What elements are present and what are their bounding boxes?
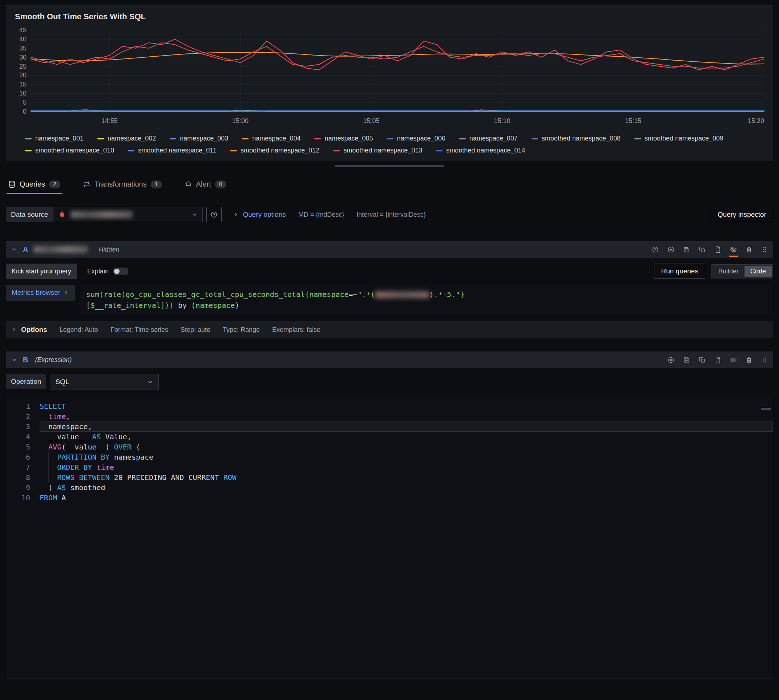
query-inspector-button[interactable]: Query inspector (711, 207, 773, 222)
file-icon[interactable] (714, 357, 721, 363)
eye-icon[interactable] (730, 357, 737, 363)
query-ref: A (23, 245, 28, 254)
metrics-browser-button[interactable]: Metrics browser (6, 285, 75, 301)
series-label: namespace_003 (180, 135, 228, 142)
svg-text:15:10: 15:10 (494, 117, 510, 125)
tab-queries[interactable]: Queries 2 (7, 177, 62, 194)
series-label: smoothed namespace_008 (542, 135, 620, 142)
svg-text:15:00: 15:00 (232, 117, 249, 125)
legend-item[interactable]: namespace_003 (170, 135, 228, 142)
options-toggle[interactable]: Options (12, 326, 47, 334)
datasource-help-button[interactable] (206, 207, 222, 222)
save-icon[interactable] (683, 246, 690, 253)
query-name-redacted (33, 246, 88, 253)
copy-icon[interactable] (699, 357, 705, 363)
query-ref: B (23, 356, 28, 364)
sql-line[interactable]: 5 AVG(__value__) OVER ( (6, 442, 773, 452)
timeseries-panel: Smooth Out Time Series With SQL 05101520… (6, 5, 773, 160)
query-toolbar: Data source Query options MD = {mdDesc} … (6, 207, 773, 222)
sql-line[interactable]: 1SELECT (6, 401, 773, 412)
legend-item[interactable]: smoothed namespace_013 (333, 147, 422, 154)
sql-line[interactable]: 6 PARTITION BY namespace (6, 452, 773, 462)
series-label: namespace_007 (470, 135, 518, 142)
chevron-down-icon (147, 379, 153, 385)
legend-item[interactable]: namespace_004 (242, 135, 301, 142)
help-circle-icon[interactable] (652, 246, 659, 253)
eye-off-icon[interactable] (730, 246, 737, 253)
explain-toggle[interactable] (113, 268, 128, 275)
kick-start-query-button[interactable]: Kick start your query (6, 263, 77, 279)
sql-editor[interactable]: 1SELECT2 time,3 namespace,4 __value__ AS… (6, 396, 773, 679)
series-label: namespace_004 (252, 135, 301, 142)
svg-text:45: 45 (19, 27, 27, 34)
legend-item[interactable]: namespace_007 (459, 135, 518, 142)
code-mode-option[interactable]: Code (744, 266, 772, 277)
legend-item[interactable]: smoothed namespace_010 (25, 147, 114, 154)
sql-line[interactable]: 10FROM A (6, 493, 773, 503)
tab-transformations[interactable]: Transformations 1 (81, 177, 164, 194)
copy-icon[interactable] (699, 246, 705, 253)
sql-line[interactable]: 8 ROWS BETWEEN 20 PRECEDING AND CURRENT … (6, 472, 773, 483)
scrollbar-thumb[interactable] (761, 408, 771, 410)
legend-item[interactable]: smoothed namespace_014 (436, 147, 525, 154)
run-queries-button[interactable]: Run queries (654, 263, 705, 279)
database-icon (8, 180, 16, 188)
series-color-swatch (459, 138, 466, 139)
query-b-header[interactable]: B (Expression) (6, 352, 773, 368)
trash-icon[interactable] (746, 246, 752, 253)
legend-item[interactable]: smoothed namespace_011 (128, 147, 217, 154)
series-color-swatch (314, 138, 321, 139)
datasource-label: Data source (6, 207, 53, 222)
operation-select[interactable]: SQL (50, 374, 159, 390)
prometheus-flame-icon (58, 210, 67, 219)
tab-label: Alert (196, 180, 211, 188)
legend-item[interactable]: namespace_005 (314, 135, 373, 142)
record-circle-icon[interactable] (667, 357, 674, 363)
query-b-section: B (Expression) Operation SQL 1SELECT2 ti… (6, 352, 773, 679)
sql-line[interactable]: 3 namespace, (6, 422, 773, 432)
sql-line[interactable]: 2 time, (6, 412, 773, 422)
query-type-label: (Expression) (35, 356, 72, 364)
type-option: Type: Range (223, 326, 260, 334)
svg-text:5: 5 (23, 99, 27, 106)
drag-handle-icon[interactable] (761, 357, 768, 363)
trash-icon[interactable] (746, 357, 752, 363)
promql-query-input[interactable]: sum(rate(go_cpu_classes_gc_total_cpu_sec… (80, 285, 773, 315)
svg-text:20: 20 (19, 72, 27, 79)
save-icon[interactable] (683, 357, 690, 363)
legend-item[interactable]: smoothed namespace_012 (231, 147, 319, 154)
panel-resize-handle[interactable] (335, 165, 444, 167)
sql-line[interactable]: 9 ) AS smoothed (6, 483, 773, 493)
datasource-picker[interactable] (53, 207, 203, 222)
series-color-swatch (25, 138, 32, 139)
chevron-down-icon[interactable] (11, 357, 17, 363)
query-options-toggle[interactable]: Query options (232, 211, 286, 218)
legend-option: Legend: Auto (60, 326, 98, 334)
tab-count-badge: 0 (215, 180, 226, 188)
chart[interactable]: 05101520253035404514:5515:0015:0515:1015… (12, 26, 767, 132)
sql-line[interactable]: 7 ORDER BY time (6, 462, 773, 472)
editor-mode-switch: Builder Code (711, 264, 773, 278)
legend-item[interactable]: namespace_006 (387, 135, 445, 142)
series-color-swatch (634, 138, 641, 139)
query-a-section: A Hidden Kick start your query Explain R… (6, 241, 773, 338)
record-circle-icon[interactable] (667, 246, 674, 253)
series-color-swatch (25, 150, 32, 152)
series-label: smoothed namespace_011 (138, 147, 217, 154)
legend-item[interactable]: namespace_002 (97, 135, 156, 142)
file-icon[interactable] (714, 246, 721, 253)
legend-item[interactable]: smoothed namespace_008 (532, 135, 620, 142)
legend-item[interactable]: smoothed namespace_009 (634, 135, 724, 142)
line-number: 10 (6, 493, 30, 503)
sql-line[interactable]: 4 __value__ AS Value, (6, 432, 773, 442)
series-label: smoothed namespace_014 (446, 147, 525, 154)
builder-mode-option[interactable]: Builder (712, 266, 744, 277)
series-color-swatch (242, 138, 249, 139)
chevron-down-icon[interactable] (11, 246, 17, 253)
panel-title[interactable]: Smooth Out Time Series With SQL (15, 12, 767, 22)
legend-item[interactable]: namespace_001 (25, 135, 84, 142)
tab-alert[interactable]: Alert 0 (183, 177, 228, 194)
drag-handle-icon[interactable] (761, 246, 768, 253)
series-label: smoothed namespace_009 (645, 135, 724, 142)
query-a-header[interactable]: A Hidden (6, 241, 773, 258)
